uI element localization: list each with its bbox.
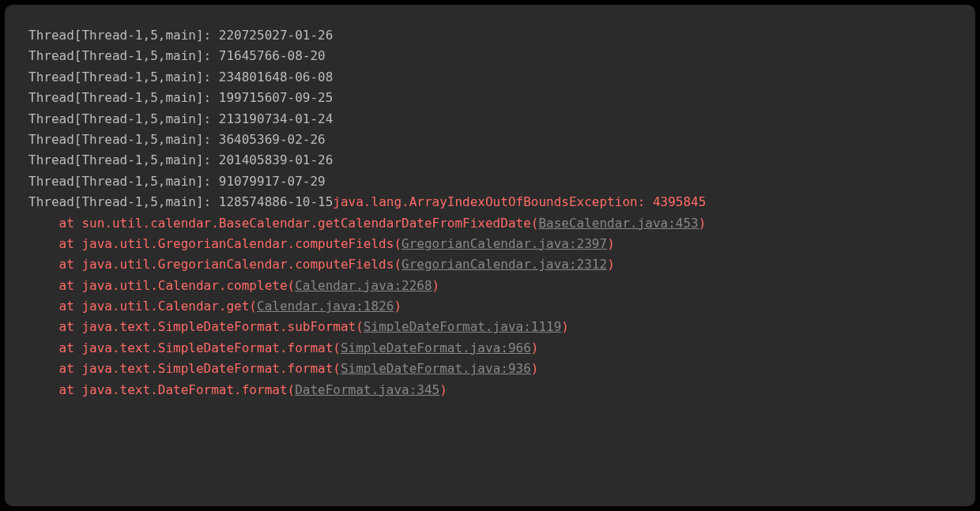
- log-line: Thread[Thread-1,5,main]: 201405839-01-26: [28, 150, 952, 171]
- stack-frame: at java.util.Calendar.complete(Calendar.…: [28, 276, 952, 296]
- thread-prefix: Thread[Thread-1,5,main]:: [28, 48, 219, 63]
- open-paren: (: [249, 299, 257, 314]
- thread-prefix: Thread[Thread-1,5,main]:: [28, 90, 219, 105]
- log-value: 71645766-08-20: [219, 48, 326, 63]
- log-line: Thread[Thread-1,5,main]: 36405369-02-26: [28, 130, 952, 150]
- close-paren: ): [699, 216, 707, 231]
- stack-method: sun.util.calendar.BaseCalendar.getCalend…: [81, 216, 530, 231]
- at-keyword: at: [59, 382, 82, 397]
- log-line: Thread[Thread-1,5,main]: 91079917-07-29: [28, 171, 952, 192]
- thread-prefix: Thread[Thread-1,5,main]:: [28, 132, 219, 147]
- source-link[interactable]: Calendar.java:2268: [295, 278, 432, 293]
- source-link[interactable]: GregorianCalendar.java:2312: [401, 257, 607, 272]
- log-value: 234801648-06-08: [219, 70, 334, 85]
- thread-prefix: Thread[Thread-1,5,main]:: [28, 28, 219, 43]
- open-paren: (: [531, 216, 539, 231]
- log-value: 91079917-07-29: [219, 174, 326, 189]
- stack-indent: [28, 340, 59, 355]
- thread-prefix: Thread[Thread-1,5,main]:: [28, 174, 219, 189]
- stack-method: java.text.SimpleDateFormat.subFormat: [81, 319, 356, 334]
- thread-prefix: Thread[Thread-1,5,main]:: [28, 152, 219, 167]
- stack-frame: at java.util.Calendar.get(Calendar.java:…: [28, 296, 952, 317]
- stack-frame: at java.text.SimpleDateFormat.format(Sim…: [28, 338, 952, 359]
- open-paren: (: [288, 278, 296, 293]
- close-paren: ): [531, 361, 539, 376]
- source-link[interactable]: GregorianCalendar.java:2397: [401, 236, 607, 251]
- log-line: Thread[Thread-1,5,main]: 234801648-06-08: [28, 67, 952, 88]
- source-link[interactable]: Calendar.java:1826: [257, 299, 394, 314]
- at-keyword: at: [59, 340, 82, 355]
- stack-method: java.text.DateFormat.format: [81, 382, 287, 397]
- stack-frame: at java.text.SimpleDateFormat.format(Sim…: [28, 359, 952, 379]
- log-line: Thread[Thread-1,5,main]: 220725027-01-26: [28, 25, 952, 46]
- stack-frame: at java.text.DateFormat.format(DateForma…: [28, 380, 952, 400]
- open-paren: (: [333, 340, 341, 355]
- at-keyword: at: [59, 257, 82, 272]
- exception-message: java.lang.ArrayIndexOutOfBoundsException…: [333, 194, 706, 209]
- open-paren: (: [356, 319, 364, 334]
- log-value: 199715607-09-25: [219, 90, 334, 105]
- stack-frame: at sun.util.calendar.BaseCalendar.getCal…: [28, 213, 952, 234]
- stack-indent: [28, 236, 59, 251]
- stack-indent: [28, 257, 59, 272]
- stack-method: java.util.GregorianCalendar.computeField…: [81, 257, 394, 272]
- close-paren: ): [439, 382, 447, 397]
- close-paren: ): [531, 340, 539, 355]
- stack-frame: at java.text.SimpleDateFormat.subFormat(…: [28, 317, 952, 337]
- at-keyword: at: [59, 361, 82, 376]
- source-link[interactable]: BaseCalendar.java:453: [538, 216, 698, 231]
- close-paren: ): [607, 257, 615, 272]
- log-line: Thread[Thread-1,5,main]: 71645766-08-20: [28, 46, 952, 66]
- source-link[interactable]: DateFormat.java:345: [295, 382, 439, 397]
- log-value: 128574886-10-15: [219, 194, 334, 209]
- thread-prefix: Thread[Thread-1,5,main]:: [28, 111, 219, 126]
- open-paren: (: [394, 236, 401, 251]
- at-keyword: at: [59, 216, 82, 231]
- stack-indent: [28, 299, 59, 314]
- thread-prefix: Thread[Thread-1,5,main]:: [28, 70, 219, 85]
- stack-indent: [28, 319, 59, 334]
- at-keyword: at: [59, 319, 82, 334]
- thread-prefix: Thread[Thread-1,5,main]:: [28, 194, 219, 209]
- log-value: 220725027-01-26: [219, 28, 334, 43]
- log-line: Thread[Thread-1,5,main]: 199715607-09-25: [28, 88, 952, 108]
- at-keyword: at: [59, 299, 82, 314]
- log-value: 213190734-01-24: [219, 111, 334, 126]
- stack-method: java.util.Calendar.complete: [81, 278, 287, 293]
- stack-indent: [28, 216, 59, 231]
- source-link[interactable]: SimpleDateFormat.java:966: [341, 340, 531, 355]
- source-link[interactable]: SimpleDateFormat.java:1119: [364, 319, 561, 334]
- stack-method: java.util.Calendar.get: [81, 299, 249, 314]
- close-paren: ): [394, 299, 401, 314]
- open-paren: (: [394, 257, 401, 272]
- at-keyword: at: [59, 278, 82, 293]
- stack-indent: [28, 278, 59, 293]
- stack-indent: [28, 382, 59, 397]
- stack-method: java.text.SimpleDateFormat.format: [81, 340, 333, 355]
- source-link[interactable]: SimpleDateFormat.java:936: [341, 361, 531, 376]
- final-log-line: Thread[Thread-1,5,main]: 128574886-10-15…: [28, 192, 952, 212]
- console-output: Thread[Thread-1,5,main]: 220725027-01-26…: [5, 5, 975, 506]
- open-paren: (: [333, 361, 341, 376]
- close-paren: ): [561, 319, 569, 334]
- stack-method: java.text.SimpleDateFormat.format: [81, 361, 333, 376]
- stack-indent: [28, 361, 59, 376]
- log-line: Thread[Thread-1,5,main]: 213190734-01-24: [28, 109, 952, 130]
- close-paren: ): [607, 236, 615, 251]
- open-paren: (: [288, 382, 296, 397]
- stack-frame: at java.util.GregorianCalendar.computeFi…: [28, 234, 952, 254]
- close-paren: ): [432, 278, 440, 293]
- log-value: 36405369-02-26: [219, 132, 326, 147]
- at-keyword: at: [59, 236, 82, 251]
- stack-method: java.util.GregorianCalendar.computeField…: [81, 236, 394, 251]
- stack-frame: at java.util.GregorianCalendar.computeFi…: [28, 254, 952, 275]
- log-value: 201405839-01-26: [219, 152, 334, 167]
